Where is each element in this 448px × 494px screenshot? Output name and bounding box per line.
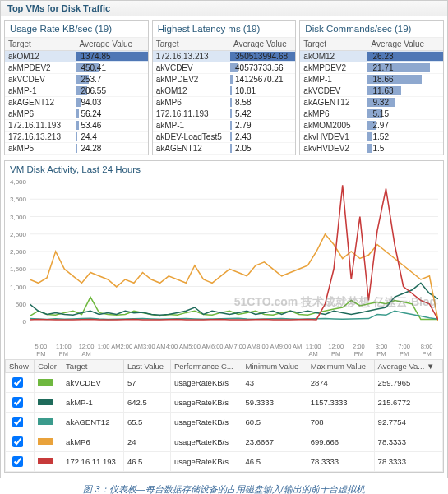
table-row[interactable]: akOM1226.23 <box>300 51 443 62</box>
table-row[interactable]: akAGENT1294.03 <box>5 97 148 108</box>
value-cell: 8.58 <box>230 97 295 108</box>
table-row[interactable]: akMP-12.79 <box>153 120 296 132</box>
x-tick: 7:00 AM <box>233 343 256 358</box>
table-row[interactable]: akMPDEV221.71 <box>300 62 443 74</box>
value-cell: 24.28 <box>76 143 147 155</box>
table-row[interactable]: akMP68.58 <box>153 97 296 108</box>
legend-row[interactable]: akMP624usageRateKB/s23.6667699.66678.333… <box>6 432 443 452</box>
target-cell: akAGENT12 <box>300 97 367 108</box>
chart-panel: VM Disk Activity, Last 24 Hours 05001,00… <box>4 160 444 473</box>
table-row[interactable]: akMP656.24 <box>5 108 148 120</box>
legend-min: 59.3333 <box>242 393 307 413</box>
value-cell: 450.41 <box>76 62 147 74</box>
table-row[interactable]: 172.16.11.1935.42 <box>153 108 296 120</box>
legend-col[interactable]: Show <box>6 360 35 373</box>
table-row[interactable]: akVCDEV11.63 <box>300 85 443 97</box>
x-tick: 5:00 AM <box>188 343 211 358</box>
legend-col[interactable]: Minimum Value <box>242 360 307 373</box>
table-row[interactable]: akMPDEV214125670.21 <box>153 74 296 85</box>
x-tick: 11:00 AM <box>302 343 325 358</box>
legend-row[interactable]: akMP-1642.5usageRateKB/s59.33331157.3333… <box>6 393 443 413</box>
col-header[interactable]: Target <box>153 38 230 51</box>
legend-col[interactable]: Average Va... ▼ <box>374 360 442 373</box>
table-row[interactable]: akDEV-LoadTest52.43 <box>153 132 296 143</box>
value-cell: 5.15 <box>367 108 443 120</box>
legend-col[interactable]: Last Value <box>123 360 170 373</box>
value-cell: 2.43 <box>230 132 295 143</box>
legend-row[interactable]: 172.16.11.19346.5usageRateKB/s46.578.333… <box>6 452 443 472</box>
value-cell: 24.4 <box>76 132 147 143</box>
table-row[interactable]: akAGENT122.05 <box>153 143 296 155</box>
legend-col[interactable]: Maximum Value <box>307 360 374 373</box>
panel-0: Usage Rate KB/sec (19)TargetAverage Valu… <box>4 20 149 155</box>
table-row[interactable]: akMP524.28 <box>5 143 148 155</box>
watermark-text: 51CTO.com 技术成就梦想 亿速云·Blog <box>234 295 436 310</box>
value-cell: 18.66 <box>367 74 443 85</box>
table-row[interactable]: akvHVDEV21.5 <box>300 143 443 155</box>
target-cell: 172.16.13.213 <box>5 132 76 143</box>
legend-max: 699.666 <box>307 432 374 452</box>
col-header[interactable]: Target <box>300 38 367 51</box>
legend-target: akMP-1 <box>62 393 124 413</box>
y-tick: 3,000 <box>10 213 26 220</box>
table-row[interactable]: 172.16.11.19353.46 <box>5 120 148 132</box>
chart-title: VM Disk Activity, Last 24 Hours <box>5 161 443 178</box>
show-checkbox[interactable] <box>12 456 23 467</box>
legend-perf: usageRateKB/s <box>170 432 242 452</box>
target-cell: akMPDEV2 <box>153 74 230 85</box>
legend-avg: 215.6772 <box>374 393 442 413</box>
target-cell: akMPDEV2 <box>300 62 367 74</box>
target-cell: akMP-1 <box>5 85 76 97</box>
x-tick: 3:00 PM <box>370 343 393 358</box>
target-cell: akVCDEV <box>300 85 367 97</box>
value-cell: 56.24 <box>76 108 147 120</box>
legend-col[interactable]: Performance C... <box>170 360 242 373</box>
target-cell: akOM12 <box>5 51 76 62</box>
col-header[interactable]: Average Value <box>367 38 443 51</box>
table-row[interactable]: 172.16.13.21324.4 <box>5 132 148 143</box>
table-row[interactable]: akvHVDEV11.52 <box>300 132 443 143</box>
x-tick: 4:00 AM <box>166 343 189 358</box>
value-cell: 2.97 <box>367 120 443 132</box>
table-row[interactable]: akMP-1206.55 <box>5 85 148 97</box>
table-row[interactable]: akVCDEV253.7 <box>5 74 148 85</box>
col-header[interactable]: Average Value <box>230 38 295 51</box>
legend-last: 57 <box>123 373 170 393</box>
table-row[interactable]: akMOM20052.97 <box>300 120 443 132</box>
panel-title: Disk Commands/sec (19) <box>300 21 443 38</box>
legend-table: ShowColorTargetLast ValuePerformance C..… <box>5 359 443 472</box>
table-row[interactable]: akMPDEV2450.41 <box>5 62 148 74</box>
col-header[interactable]: Target <box>5 38 76 51</box>
target-cell: akMP6 <box>300 108 367 120</box>
value-cell: 253.7 <box>76 74 147 85</box>
table-row[interactable]: akMP65.15 <box>300 108 443 120</box>
legend-last: 642.5 <box>123 393 170 413</box>
legend-col[interactable]: Color <box>35 360 62 373</box>
show-checkbox[interactable] <box>12 397 23 408</box>
panel-title: Highest Latency ms (19) <box>153 21 296 38</box>
legend-col[interactable]: Target <box>62 360 124 373</box>
table-row[interactable]: akVCDEV40573733.56 <box>153 62 296 74</box>
table-row[interactable]: 172.16.13.213350513994.68 <box>153 51 296 62</box>
target-cell: 172.16.11.193 <box>153 108 230 120</box>
legend-last: 46.5 <box>123 452 170 472</box>
legend-row[interactable]: akVCDEV57usageRateKB/s432874259.7965 <box>6 373 443 393</box>
table-row[interactable]: akAGENT129.32 <box>300 97 443 108</box>
col-header[interactable]: Average Value <box>76 38 147 51</box>
show-checkbox[interactable] <box>12 377 23 388</box>
table-row[interactable]: akOM1210.81 <box>153 85 296 97</box>
legend-row[interactable]: akAGENT1265.5usageRateKB/s60.570892.7754 <box>6 413 443 432</box>
panel-table: TargetAverage Value172.16.13.21335051399… <box>153 38 296 155</box>
figure-caption: 图 3：仪表板—每台数据存储设备的占用磁盘输入/输出的前十台虚拟机 <box>0 478 448 494</box>
table-row[interactable]: akOM121374.85 <box>5 51 148 62</box>
target-cell: 172.16.11.193 <box>5 120 76 132</box>
value-cell: 10.81 <box>230 85 295 97</box>
x-tick: 11:00 PM <box>53 343 76 358</box>
show-checkbox[interactable] <box>12 417 23 427</box>
show-checkbox[interactable] <box>12 436 23 447</box>
table-row[interactable]: akMP-118.66 <box>300 74 443 85</box>
value-cell: 5.42 <box>230 108 295 120</box>
chart-area[interactable]: 05001,0001,5002,0002,5003,0003,5004,000 … <box>5 178 443 343</box>
target-cell: akMP-1 <box>153 120 230 132</box>
value-cell: 206.55 <box>76 85 147 97</box>
